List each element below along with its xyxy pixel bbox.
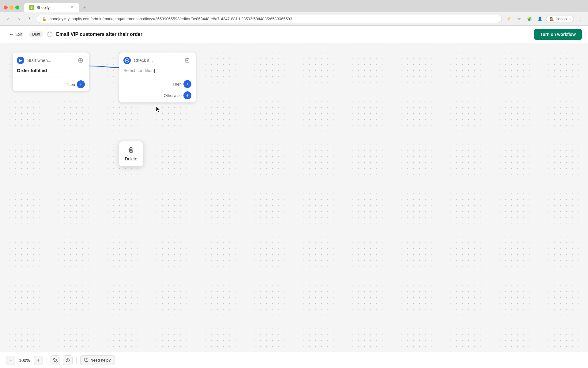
nav-actions: ⚡ ☆ 🧩 👤 🕵 Incognito ⋮ [504, 15, 584, 23]
more-button[interactable]: ⋮ [576, 15, 584, 23]
bottom-toolbar: − 100% + Need help? [0, 352, 588, 368]
need-help-button[interactable]: Need help? [80, 355, 115, 365]
traffic-lights [4, 6, 19, 10]
workflow-canvas[interactable]: ▶ Start when... Order fulfilled Then + [0, 43, 588, 352]
header-right: Turn on workflow [534, 29, 582, 40]
delete-label: Delete [125, 156, 137, 161]
nav-bar: ‹ › ↻ 🔒 moodjoy.myshopify.com/admin/mark… [0, 12, 588, 26]
back-button[interactable]: ‹ [4, 15, 12, 23]
zoom-out-button[interactable]: − [6, 356, 15, 365]
zoom-level: 100% [18, 358, 31, 363]
start-node-title: Start when... [27, 58, 51, 63]
need-help-icon [84, 358, 89, 363]
bookmark-button[interactable]: ☆ [515, 15, 523, 23]
tab-title: Shopify [36, 5, 50, 10]
select-condition-text[interactable]: Select condition [123, 66, 155, 75]
toolbar-divider-2 [76, 357, 77, 364]
exit-label: Exit [15, 32, 22, 37]
check-then-label: Then [172, 82, 182, 86]
start-add-button[interactable]: + [77, 80, 85, 88]
minimize-traffic-light[interactable] [9, 6, 13, 10]
start-then-label: Then [66, 82, 75, 87]
delete-icon [128, 146, 134, 155]
loading-spinner [47, 32, 52, 37]
start-node-content: Order fulfilled [17, 68, 47, 73]
svg-rect-3 [185, 59, 189, 62]
check-then-row: Then + [119, 78, 196, 90]
incognito-label: Incognito [556, 17, 571, 21]
start-node[interactable]: ▶ Start when... Order fulfilled Then + [12, 52, 89, 91]
check-node-title: Check if... [134, 58, 153, 63]
check-otherwise-label: Otherwise [164, 93, 182, 98]
start-node-header: ▶ Start when... [13, 52, 89, 68]
check-otherwise-row: Otherwise + [119, 90, 196, 102]
maximize-traffic-light[interactable] [15, 6, 19, 10]
workflow-title: Email VIP customers after their order [56, 32, 142, 37]
draft-badge: Draft [29, 31, 43, 37]
reset-view-button[interactable] [63, 355, 73, 365]
cursor [156, 106, 160, 114]
check-node-header-left: Check if... [123, 57, 153, 64]
shopify-favicon: S [29, 5, 34, 10]
puzzle-button[interactable]: 🧩 [525, 15, 534, 23]
delete-popup[interactable]: Delete [119, 141, 143, 167]
lock-icon: 🔒 [42, 17, 47, 21]
tab-bar: S Shopify × + [0, 0, 588, 12]
start-node-header-left: ▶ Start when... [17, 57, 51, 64]
start-trigger-icon: ▶ [17, 57, 24, 64]
url-bar[interactable]: 🔒 moodjoy.myshopify.com/admin/marketing/… [37, 15, 502, 23]
svg-rect-5 [56, 361, 57, 362]
zoom-in-button[interactable]: + [34, 356, 43, 365]
check-node-icon [123, 57, 131, 64]
exit-button[interactable]: ← Exit [6, 30, 25, 39]
extensions-button[interactable]: ⚡ [504, 15, 513, 23]
check-node-checkmark-button[interactable] [183, 56, 191, 65]
fit-view-button[interactable] [51, 355, 60, 365]
profile-button[interactable]: 👤 [536, 15, 544, 23]
browser-chrome: S Shopify × + ‹ › ↻ 🔒 moodjoy.myshopify.… [0, 0, 588, 26]
tab-close-button[interactable]: × [70, 5, 74, 10]
check-node[interactable]: Check if... Select condition Then + Othe… [119, 52, 196, 103]
check-node-body: Select condition [119, 68, 196, 78]
app-header: ← Exit Draft Email VIP customers after t… [0, 26, 588, 43]
check-otherwise-add-button[interactable]: + [183, 91, 191, 99]
start-node-body: Order fulfilled [13, 68, 89, 78]
start-node-download-button[interactable] [76, 56, 85, 65]
active-tab[interactable]: S Shopify × [24, 3, 79, 12]
need-help-label: Need help? [90, 358, 111, 362]
toolbar-divider-1 [47, 357, 47, 364]
header-left: ← Exit Draft Email VIP customers after t… [6, 30, 142, 39]
start-node-footer: Then + [13, 78, 89, 91]
close-traffic-light[interactable] [4, 6, 8, 10]
forward-button[interactable]: › [15, 15, 23, 23]
exit-arrow-icon: ← [9, 32, 13, 37]
new-tab-button[interactable]: + [81, 3, 89, 12]
incognito-icon: 🕵 [549, 17, 554, 21]
url-text: moodjoy.myshopify.com/admin/marketing/au… [48, 17, 497, 21]
refresh-button[interactable]: ↻ [26, 15, 34, 23]
incognito-badge[interactable]: 🕵 Incognito [546, 16, 574, 22]
svg-rect-4 [54, 358, 55, 360]
check-then-add-button[interactable]: + [183, 80, 191, 88]
turn-on-workflow-button[interactable]: Turn on workflow [534, 29, 582, 40]
